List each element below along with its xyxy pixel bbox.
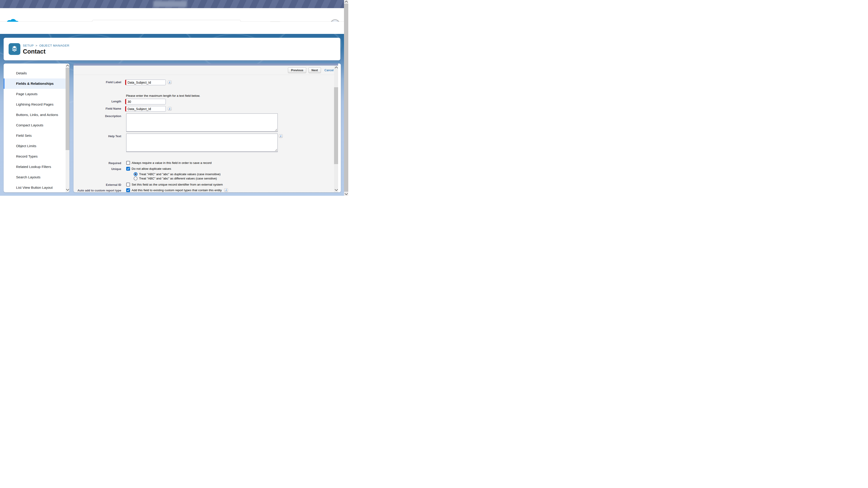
- app-header: ★ ▼ ?: [0, 8, 344, 22]
- salesforce-setup-window: ★ ▼ ?: [0, 0, 348, 196]
- previous-button[interactable]: Previous: [288, 67, 306, 73]
- wizard-scrollbar[interactable]: [334, 66, 338, 192]
- auto-add-checkbox[interactable]: [126, 188, 130, 192]
- sidebar-item-lightning-record-pages[interactable]: Lightning Record Pages: [4, 99, 66, 110]
- field-name-required-input: [125, 106, 166, 112]
- cancel-link[interactable]: Cancel: [324, 68, 334, 72]
- description-label: Description: [73, 115, 121, 118]
- required-option-text: Always require a value in this field in …: [132, 161, 212, 165]
- external-id-option-row: Set this field as the unique record iden…: [126, 183, 223, 187]
- sidebar-item-related-lookup-filters[interactable]: Related Lookup Filters: [4, 162, 66, 172]
- card-top-strip: [73, 64, 341, 66]
- sidebar-item-field-sets[interactable]: Field Sets: [4, 130, 66, 141]
- wizard-scrollbar-thumb[interactable]: [334, 87, 338, 164]
- auto-add-label: Auto add to custom report type: [73, 189, 121, 192]
- sidebar-item-list-view-button-layout[interactable]: List View Button Layout: [4, 183, 66, 192]
- scroll-down-icon[interactable]: [66, 188, 69, 191]
- setup-content-region: SETUP > OBJECT MANAGER Contact Details F…: [0, 34, 344, 196]
- field-name-label: Field Name: [73, 107, 121, 110]
- field-label-required-input: [125, 79, 166, 85]
- next-button[interactable]: Next: [308, 67, 321, 73]
- field-label-label: Field Label: [73, 80, 121, 84]
- sidebar-item-page-layouts[interactable]: Page Layouts: [4, 89, 66, 99]
- case-sensitive-option-text: Treat "ABC" and "abc" as different value…: [139, 176, 217, 181]
- sidebar-item-compact-layouts[interactable]: Compact Layouts: [4, 120, 66, 130]
- scroll-up-icon[interactable]: [345, 1, 348, 4]
- sidebar-item-record-types[interactable]: Record Types: [4, 151, 66, 162]
- sidebar-item-fields-relationships[interactable]: Fields & Relationships: [4, 78, 66, 89]
- object-header-card: SETUP > OBJECT MANAGER Contact: [4, 38, 340, 60]
- description-textarea[interactable]: [126, 114, 278, 131]
- field-details-form: Field Label Please enter the maximum len…: [73, 75, 334, 192]
- external-id-option-text: Set this field as the unique record iden…: [132, 183, 223, 187]
- field-name-input[interactable]: [125, 106, 166, 112]
- field-name-info-icon[interactable]: [168, 107, 172, 110]
- help-text-textarea-wrap: [126, 134, 278, 152]
- sidebar-scrollbar-thumb[interactable]: [66, 68, 69, 150]
- scroll-down-icon[interactable]: [345, 192, 348, 195]
- browser-scrollbar-thumb[interactable]: [344, 4, 348, 192]
- required-option-row: Always require a value in this field in …: [126, 161, 212, 165]
- auto-add-info-icon[interactable]: [224, 188, 228, 192]
- sidebar-item-search-layouts[interactable]: Search Layouts: [4, 172, 66, 183]
- sidebar-item-buttons-links-actions[interactable]: Buttons, Links, and Actions: [4, 110, 66, 120]
- sidebar-item-details[interactable]: Details: [4, 68, 66, 78]
- new-field-wizard-card: Previous Next Cancel Field Label Please …: [73, 64, 341, 192]
- description-textarea-wrap: [126, 113, 278, 132]
- breadcrumb-setup-link[interactable]: SETUP: [23, 44, 34, 47]
- length-input[interactable]: [125, 99, 166, 104]
- length-required-input: [125, 99, 166, 104]
- browser-scrollbar[interactable]: [344, 0, 348, 196]
- help-text-info-icon[interactable]: [279, 134, 283, 138]
- field-label-input[interactable]: [125, 79, 166, 85]
- scroll-up-icon[interactable]: [335, 66, 338, 70]
- external-id-label: External ID: [73, 183, 121, 187]
- auto-add-option-row: Add this field to existing custom report…: [126, 188, 228, 192]
- scroll-down-icon[interactable]: [335, 188, 338, 191]
- breadcrumb-separator: >: [35, 44, 37, 47]
- page-title: Contact: [23, 48, 46, 55]
- object-layers-icon: [9, 43, 20, 55]
- unique-option-text: Do not allow duplicate values: [132, 167, 171, 171]
- browser-top-band: [0, 0, 348, 8]
- case-sensitive-option-row: Treat "ABC" and "abc" as different value…: [134, 176, 217, 181]
- field-label-info-icon[interactable]: [168, 80, 172, 84]
- unique-label: Unique: [73, 167, 121, 171]
- required-checkbox[interactable]: [126, 161, 130, 165]
- required-label: Required: [73, 161, 121, 165]
- wizard-divider: [73, 75, 334, 75]
- breadcrumb-object-manager-link[interactable]: OBJECT MANAGER: [39, 44, 69, 47]
- case-insensitive-radio[interactable]: [134, 172, 137, 176]
- unique-option-row: Do not allow duplicate values: [126, 167, 171, 171]
- length-note: Please enter the maximum length for a te…: [126, 94, 200, 97]
- object-sidebar-card: Details Fields & Relationships Page Layo…: [4, 64, 69, 192]
- case-insensitive-option-text: Treat "ABC" and "abc" as duplicate value…: [139, 172, 220, 176]
- card-right-margin: [338, 64, 341, 192]
- wizard-button-row: Previous Next Cancel: [73, 66, 334, 75]
- scroll-up-icon[interactable]: [66, 65, 69, 68]
- unique-checkbox[interactable]: [126, 167, 130, 171]
- case-insensitive-option-row: Treat "ABC" and "abc" as duplicate value…: [134, 172, 220, 176]
- breadcrumb: SETUP > OBJECT MANAGER: [23, 44, 69, 47]
- case-sensitive-radio[interactable]: [134, 176, 137, 181]
- help-text-textarea[interactable]: [126, 134, 278, 152]
- length-label: Length: [73, 100, 121, 103]
- help-text-label: Help Text: [73, 134, 121, 138]
- blurred-browser-tab: [153, 1, 187, 7]
- sidebar-scrollbar[interactable]: [66, 64, 69, 192]
- auto-add-option-text: Add this field to existing custom report…: [132, 188, 222, 192]
- object-sidebar-list: Details Fields & Relationships Page Layo…: [4, 68, 66, 192]
- sidebar-item-object-limits[interactable]: Object Limits: [4, 141, 66, 151]
- external-id-checkbox[interactable]: [126, 183, 130, 187]
- setup-nav-bar: Setup Home Object Manager: [0, 22, 344, 34]
